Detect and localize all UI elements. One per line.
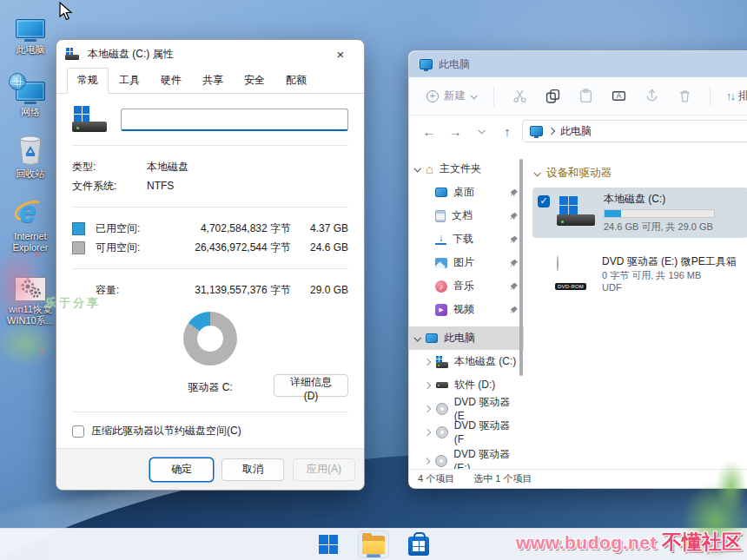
nav-item-this-pc[interactable]: 此电脑 bbox=[409, 326, 524, 350]
drive-filesystem: UDF bbox=[602, 282, 737, 293]
nav-item-dvd-f[interactable]: DVD 驱动器 (F bbox=[409, 420, 524, 444]
trash-icon bbox=[678, 89, 692, 103]
dialog-titlebar[interactable]: 本地磁盘 (C:) 属性 × bbox=[56, 40, 364, 68]
dvd-rom-badge: DVD-ROM bbox=[555, 283, 586, 290]
cancel-button[interactable]: 取消 bbox=[221, 458, 284, 481]
chevron-right-icon bbox=[424, 381, 431, 388]
desktop-icon-label: 网络 bbox=[21, 107, 40, 118]
close-button[interactable]: × bbox=[326, 43, 355, 64]
used-space-bytes: 4,702,584,832 字节 bbox=[170, 221, 291, 236]
nav-item-drive-c[interactable]: 本地磁盘 (C:) bbox=[409, 350, 524, 373]
start-button[interactable] bbox=[313, 530, 344, 558]
desktop-icon-recycle-bin[interactable]: 回收站 bbox=[3, 129, 57, 180]
paste-button[interactable] bbox=[571, 83, 600, 109]
nav-item-dvd-e[interactable]: DVD 驱动器 (E bbox=[409, 397, 524, 420]
tab-sharing[interactable]: 共享 bbox=[192, 68, 234, 94]
explorer-body: ⌂ 主文件夹 桌面 文档 ↓ 下载 图片 bbox=[409, 147, 747, 469]
nav-item-label: DVD 驱动器 (E:) bbox=[453, 447, 519, 469]
dvd-e-tile[interactable]: DVD-ROM DVD 驱动器 (E:) 微PE工具箱 0 字节 可用, 共 1… bbox=[532, 250, 747, 297]
pin-icon bbox=[510, 259, 519, 267]
drive-c-tile[interactable]: 本地磁盘 (C:) 24.6 GB 可用, 共 29.0 GB bbox=[532, 188, 747, 238]
used-space-swatch bbox=[72, 222, 85, 235]
nav-item-label: 此电脑 bbox=[444, 331, 475, 346]
tab-hardware[interactable]: 硬件 bbox=[150, 68, 192, 94]
taskbar-file-explorer[interactable] bbox=[358, 530, 389, 558]
music-icon: ♪ bbox=[435, 280, 447, 293]
new-button[interactable]: + 新建 bbox=[420, 84, 483, 108]
this-pc-icon bbox=[16, 5, 45, 42]
window-title: 此电脑 bbox=[439, 57, 470, 72]
drive-name: DVD 驱动器 (E:) 微PE工具箱 bbox=[602, 254, 737, 269]
navigation-pane: ⌂ 主文件夹 桌面 文档 ↓ 下载 图片 bbox=[409, 147, 524, 469]
address-bar[interactable]: 此电脑 bbox=[522, 120, 747, 142]
tab-quota[interactable]: 配额 bbox=[275, 68, 317, 94]
nav-item-downloads[interactable]: ↓ 下载 bbox=[409, 227, 524, 251]
filesystem-label: 文件系统: bbox=[72, 179, 147, 194]
chevron-right-icon bbox=[424, 358, 431, 365]
volume-label-input[interactable] bbox=[121, 109, 348, 131]
dvd-drive-icon bbox=[436, 426, 448, 438]
separator bbox=[72, 145, 348, 146]
nav-scrollbar[interactable] bbox=[519, 159, 523, 376]
nav-item-drive-d[interactable]: 软件 (D:) bbox=[409, 373, 524, 397]
back-button[interactable]: ← bbox=[418, 120, 440, 142]
desktop-icon-win11-restore[interactable]: win11恢复WIN10系... bbox=[3, 265, 57, 326]
apply-button[interactable]: 应用(A) bbox=[293, 458, 355, 481]
forward-button[interactable]: → bbox=[444, 120, 466, 142]
drive-c-large-icon bbox=[557, 196, 597, 229]
desktop-folder-icon bbox=[435, 188, 447, 197]
tab-tools[interactable]: 工具 bbox=[109, 68, 150, 94]
history-dropdown-button[interactable] bbox=[470, 120, 492, 142]
mouse-cursor bbox=[59, 2, 73, 21]
this-pc-icon bbox=[426, 333, 438, 343]
dvd-drive-icon bbox=[435, 455, 447, 467]
breadcrumb: 此电脑 bbox=[560, 124, 592, 139]
desktop-icon-internet-explorer[interactable]: e Internet Explorer bbox=[3, 192, 57, 253]
paste-icon bbox=[578, 89, 593, 103]
drive-icon bbox=[72, 106, 109, 134]
plus-icon: + bbox=[426, 90, 439, 102]
copy-button[interactable] bbox=[538, 83, 567, 109]
taskbar-microsoft-store[interactable] bbox=[403, 530, 434, 558]
pin-icon bbox=[510, 212, 519, 221]
ok-button[interactable]: 确定 bbox=[150, 458, 213, 481]
this-pc-icon bbox=[530, 126, 543, 136]
share-button[interactable] bbox=[637, 83, 666, 109]
gears-shortcut-icon bbox=[15, 265, 46, 301]
sort-button[interactable]: ↑↓ 排序 bbox=[721, 84, 747, 108]
chevron-down-icon bbox=[533, 169, 540, 176]
nav-item-home[interactable]: ⌂ 主文件夹 bbox=[409, 157, 524, 181]
nav-item-videos[interactable]: ▶ 视频 bbox=[409, 298, 524, 321]
cut-button[interactable] bbox=[505, 83, 534, 109]
desktop-icon-column: 此电脑 网络 回收站 e Internet Explorer bbox=[3, 5, 57, 338]
chevron-right-icon bbox=[424, 458, 431, 464]
group-header-devices[interactable]: 设备和驱动器 bbox=[531, 166, 747, 181]
nav-item-label: DVD 驱动器 (F bbox=[454, 418, 519, 445]
dialog-tab-strip: 常规 工具 硬件 共享 安全 配额 bbox=[56, 68, 364, 94]
compress-option-row[interactable]: 压缩此驱动器以节约磁盘空间(C) bbox=[72, 424, 348, 438]
donut-hole bbox=[197, 326, 223, 352]
capacity-label: 容量: bbox=[96, 283, 170, 298]
up-button[interactable]: ↑ bbox=[496, 120, 519, 142]
group-header-label: 设备和驱动器 bbox=[546, 166, 611, 181]
nav-item-music[interactable]: ♪ 音乐 bbox=[409, 274, 524, 298]
explorer-titlebar[interactable]: 此电脑 bbox=[409, 51, 747, 77]
compress-checkbox[interactable] bbox=[72, 425, 84, 438]
separator bbox=[72, 207, 348, 208]
tab-security[interactable]: 安全 bbox=[234, 68, 275, 94]
nav-item-dvd-clipped[interactable]: DVD 驱动器 (E:) bbox=[409, 449, 524, 469]
nav-item-pictures[interactable]: 图片 bbox=[409, 251, 524, 274]
desktop-icon-this-pc[interactable]: 此电脑 bbox=[3, 5, 57, 56]
status-item-count: 4 个项目 bbox=[418, 472, 454, 485]
folder-icon bbox=[362, 536, 385, 554]
delete-button[interactable] bbox=[670, 83, 699, 109]
desktop-icon-network[interactable]: 网络 bbox=[3, 68, 57, 118]
nav-item-desktop[interactable]: 桌面 bbox=[409, 181, 524, 204]
toolbar-divider bbox=[493, 87, 494, 106]
nav-item-documents[interactable]: 文档 bbox=[409, 204, 524, 227]
file-explorer-window: 此电脑 + 新建 A ↑↓ 排序 ← bbox=[408, 50, 747, 489]
tab-general[interactable]: 常规 bbox=[67, 68, 109, 94]
item-checkbox[interactable] bbox=[538, 195, 550, 208]
rename-button[interactable]: A bbox=[604, 83, 633, 109]
details-button[interactable]: 详细信息(D) bbox=[274, 374, 348, 397]
